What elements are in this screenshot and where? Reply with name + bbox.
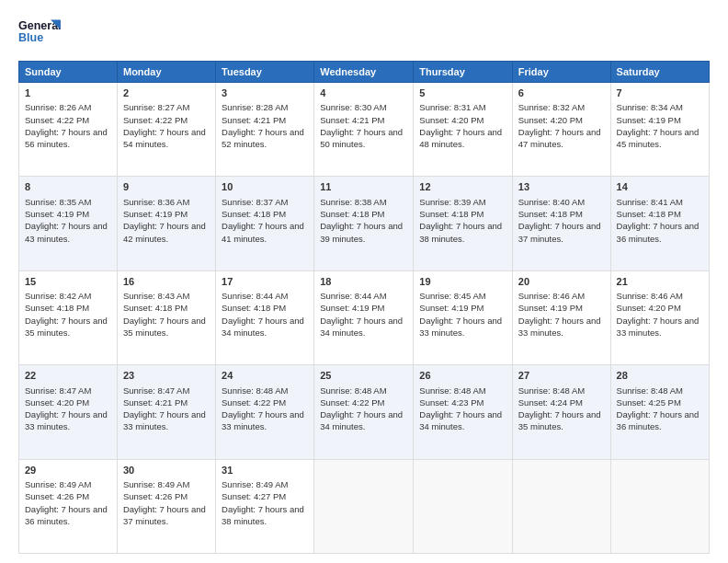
sunrise-text: Sunrise: 8:37 AM [222,197,288,207]
calendar-cell: 31Sunrise: 8:49 AMSunset: 4:27 PMDayligh… [216,459,314,553]
sunset-text: Sunset: 4:21 PM [320,115,384,125]
sunset-text: Sunset: 4:19 PM [518,303,583,313]
sunrise-text: Sunrise: 8:47 AM [123,385,189,396]
calendar-cell: 23Sunrise: 8:47 AMSunset: 4:21 PMDayligh… [117,365,215,459]
sunset-text: Sunset: 4:22 PM [123,115,188,125]
daylight-text: Daylight: 7 hours and 34 minutes. [320,316,403,338]
calendar-cell: 18Sunrise: 8:44 AMSunset: 4:19 PMDayligh… [314,270,414,364]
daylight-text: Daylight: 7 hours and 35 minutes. [25,316,108,338]
day-number: 7 [617,86,703,100]
sunrise-text: Sunrise: 8:48 AM [518,385,585,396]
sunset-text: Sunset: 4:26 PM [123,491,188,501]
calendar-cell: 19Sunrise: 8:45 AMSunset: 4:19 PMDayligh… [414,270,512,364]
day-number: 11 [320,180,407,194]
day-number: 2 [123,86,210,100]
sunset-text: Sunset: 4:18 PM [25,303,89,313]
daylight-text: Daylight: 7 hours and 36 minutes. [617,409,700,431]
sunrise-text: Sunrise: 8:28 AM [222,102,288,112]
daylight-text: Daylight: 7 hours and 39 minutes. [320,221,403,243]
calendar-cell: 22Sunrise: 8:47 AMSunset: 4:20 PMDayligh… [19,365,118,459]
calendar-cell: 29Sunrise: 8:49 AMSunset: 4:26 PMDayligh… [19,459,118,553]
calendar-cell: 24Sunrise: 8:48 AMSunset: 4:22 PMDayligh… [216,365,314,459]
sunrise-text: Sunrise: 8:36 AM [123,197,189,207]
calendar-cell: 26Sunrise: 8:48 AMSunset: 4:23 PMDayligh… [414,365,512,459]
day-number: 14 [617,180,703,194]
calendar-cell: 12Sunrise: 8:39 AMSunset: 4:18 PMDayligh… [414,177,512,270]
daylight-text: Daylight: 7 hours and 42 minutes. [123,221,206,243]
sunrise-text: Sunrise: 8:43 AM [123,291,189,301]
sunset-text: Sunset: 4:20 PM [419,115,483,125]
calendar-week-row: 29Sunrise: 8:49 AMSunset: 4:26 PMDayligh… [19,459,710,553]
calendar-cell: 11Sunrise: 8:38 AMSunset: 4:18 PMDayligh… [314,177,414,270]
sunset-text: Sunset: 4:21 PM [222,115,286,125]
sunrise-text: Sunrise: 8:41 AM [617,197,683,207]
page: General Blue Sunday Monday Tuesday Wedne… [0,0,728,563]
calendar-week-row: 22Sunrise: 8:47 AMSunset: 4:20 PMDayligh… [19,365,710,459]
day-number: 6 [518,86,605,100]
daylight-text: Daylight: 7 hours and 56 minutes. [25,127,108,149]
sunrise-text: Sunrise: 8:34 AM [617,102,683,112]
sunrise-text: Sunrise: 8:49 AM [123,479,189,489]
day-number: 8 [25,180,111,194]
calendar-cell: 8Sunrise: 8:35 AMSunset: 4:19 PMDaylight… [19,177,118,270]
calendar-cell: 1Sunrise: 8:26 AMSunset: 4:22 PMDaylight… [19,83,118,177]
day-number: 19 [419,275,506,289]
calendar-cell: 21Sunrise: 8:46 AMSunset: 4:20 PMDayligh… [610,270,709,364]
day-number: 16 [123,275,210,289]
calendar-cell: 7Sunrise: 8:34 AMSunset: 4:19 PMDaylight… [610,83,709,177]
sunset-text: Sunset: 4:25 PM [617,397,681,408]
sunset-text: Sunset: 4:19 PM [25,209,89,219]
daylight-text: Daylight: 7 hours and 45 minutes. [617,127,700,149]
day-number: 31 [222,464,308,477]
calendar-cell: 10Sunrise: 8:37 AMSunset: 4:18 PMDayligh… [216,177,314,270]
col-wednesday: Wednesday [314,62,414,83]
sunrise-text: Sunrise: 8:30 AM [320,102,386,112]
sunset-text: Sunset: 4:18 PM [222,209,286,219]
daylight-text: Daylight: 7 hours and 34 minutes. [320,409,403,431]
day-number: 22 [25,369,111,383]
daylight-text: Daylight: 7 hours and 35 minutes. [123,316,206,338]
col-thursday: Thursday [414,62,512,83]
sunset-text: Sunset: 4:20 PM [518,115,583,125]
day-number: 1 [25,86,111,100]
day-number: 13 [518,180,605,194]
day-number: 10 [222,180,308,194]
daylight-text: Daylight: 7 hours and 41 minutes. [222,221,304,243]
logo: General Blue [18,15,64,52]
sunset-text: Sunset: 4:19 PM [419,303,483,313]
calendar-cell: 14Sunrise: 8:41 AMSunset: 4:18 PMDayligh… [610,177,709,270]
sunrise-text: Sunrise: 8:38 AM [320,197,386,207]
daylight-text: Daylight: 7 hours and 50 minutes. [320,127,403,149]
sunrise-text: Sunrise: 8:31 AM [419,102,485,112]
col-monday: Monday [117,62,215,83]
day-number: 25 [320,369,407,383]
sunrise-text: Sunrise: 8:44 AM [320,291,386,301]
sunset-text: Sunset: 4:18 PM [419,209,483,219]
daylight-text: Daylight: 7 hours and 36 minutes. [617,221,700,243]
calendar-cell: 27Sunrise: 8:48 AMSunset: 4:24 PMDayligh… [512,365,610,459]
calendar-cell [414,459,512,553]
calendar-cell: 17Sunrise: 8:44 AMSunset: 4:18 PMDayligh… [216,270,314,364]
sunset-text: Sunset: 4:26 PM [25,491,89,501]
daylight-text: Daylight: 7 hours and 35 minutes. [518,409,601,431]
daylight-text: Daylight: 7 hours and 54 minutes. [123,127,206,149]
daylight-text: Daylight: 7 hours and 34 minutes. [419,409,502,431]
sunset-text: Sunset: 4:19 PM [320,303,384,313]
sunset-text: Sunset: 4:19 PM [617,115,681,125]
calendar-cell: 4Sunrise: 8:30 AMSunset: 4:21 PMDaylight… [314,83,414,177]
calendar-cell [314,459,414,553]
header: General Blue [18,15,710,52]
day-number: 21 [617,275,703,289]
calendar-cell: 25Sunrise: 8:48 AMSunset: 4:22 PMDayligh… [314,365,414,459]
daylight-text: Daylight: 7 hours and 38 minutes. [222,504,304,526]
calendar-cell: 5Sunrise: 8:31 AMSunset: 4:20 PMDaylight… [414,83,512,177]
sunrise-text: Sunrise: 8:47 AM [25,385,91,396]
sunset-text: Sunset: 4:18 PM [518,209,583,219]
day-number: 28 [617,369,703,383]
calendar-cell: 28Sunrise: 8:48 AMSunset: 4:25 PMDayligh… [610,365,709,459]
calendar-header-row: Sunday Monday Tuesday Wednesday Thursday… [19,62,710,83]
daylight-text: Daylight: 7 hours and 36 minutes. [25,504,108,526]
calendar-week-row: 1Sunrise: 8:26 AMSunset: 4:22 PMDaylight… [19,83,710,177]
day-number: 29 [25,464,111,477]
sunrise-text: Sunrise: 8:27 AM [123,102,189,112]
